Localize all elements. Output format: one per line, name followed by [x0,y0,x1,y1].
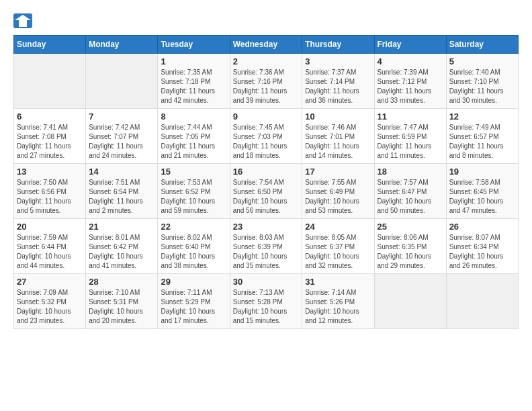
calendar-cell: 7Sunrise: 7:42 AMSunset: 7:07 PMDaylight… [86,109,158,164]
day-info: Sunrise: 7:39 AMSunset: 7:12 PMDaylight:… [378,68,443,105]
day-number: 24 [305,222,371,232]
day-info: Sunrise: 7:51 AMSunset: 6:54 PMDaylight:… [89,178,154,216]
day-number: 2 [233,56,300,66]
calendar-cell: 31Sunrise: 7:14 AMSunset: 5:26 PMDayligh… [302,274,374,329]
day-number: 11 [378,111,443,122]
day-info: Sunrise: 7:50 AMSunset: 6:56 PMDaylight:… [17,178,83,216]
day-info: Sunrise: 7:53 AMSunset: 6:52 PMDaylight:… [161,178,226,216]
day-number: 9 [233,111,300,122]
day-header-friday: Friday [374,36,446,54]
day-number: 18 [378,167,443,177]
day-number: 8 [161,111,226,122]
day-info: Sunrise: 7:46 AMSunset: 7:01 PMDaylight:… [305,123,371,161]
calendar-week-row: 13Sunrise: 7:50 AMSunset: 6:56 PMDayligh… [14,164,519,219]
day-number: 19 [449,167,515,177]
day-number: 3 [305,56,371,66]
day-info: Sunrise: 7:44 AMSunset: 7:05 PMDaylight:… [161,123,226,161]
calendar-cell: 4Sunrise: 7:39 AMSunset: 7:12 PMDaylight… [374,54,446,109]
calendar-cell: 8Sunrise: 7:44 AMSunset: 7:05 PMDaylight… [158,109,230,164]
calendar-cell: 6Sunrise: 7:41 AMSunset: 7:08 PMDaylight… [14,109,86,164]
day-info: Sunrise: 7:14 AMSunset: 5:26 PMDaylight:… [305,288,371,326]
day-number: 12 [449,111,515,122]
calendar-cell: 11Sunrise: 7:47 AMSunset: 6:59 PMDayligh… [374,109,446,164]
day-info: Sunrise: 7:13 AMSunset: 5:28 PMDaylight:… [233,288,300,326]
calendar-week-row: 1Sunrise: 7:35 AMSunset: 7:18 PMDaylight… [14,54,519,109]
calendar-cell: 13Sunrise: 7:50 AMSunset: 6:56 PMDayligh… [14,164,86,219]
day-number: 20 [17,222,83,232]
logo [13,13,35,28]
day-number: 16 [233,167,300,177]
day-number: 28 [89,277,154,287]
calendar-cell [446,274,518,329]
day-number: 31 [305,277,371,287]
calendar-header-row: SundayMondayTuesdayWednesdayThursdayFrid… [14,36,519,54]
calendar-cell: 19Sunrise: 7:58 AMSunset: 6:45 PMDayligh… [446,164,518,219]
day-info: Sunrise: 7:10 AMSunset: 5:31 PMDaylight:… [89,288,154,326]
day-number: 6 [17,111,83,122]
day-info: Sunrise: 7:58 AMSunset: 6:45 PMDaylight:… [449,178,515,216]
day-info: Sunrise: 7:40 AMSunset: 7:10 PMDaylight:… [449,68,515,105]
calendar-cell: 24Sunrise: 8:05 AMSunset: 6:37 PMDayligh… [302,219,374,274]
calendar-cell: 26Sunrise: 8:07 AMSunset: 6:34 PMDayligh… [446,219,518,274]
calendar-cell [14,54,86,109]
day-header-thursday: Thursday [302,36,374,54]
day-header-wednesday: Wednesday [230,36,302,54]
calendar-cell: 20Sunrise: 7:59 AMSunset: 6:44 PMDayligh… [14,219,86,274]
calendar-cell: 12Sunrise: 7:49 AMSunset: 6:57 PMDayligh… [446,109,518,164]
day-number: 22 [161,222,226,232]
calendar-cell: 5Sunrise: 7:40 AMSunset: 7:10 PMDaylight… [446,54,518,109]
day-info: Sunrise: 7:59 AMSunset: 6:44 PMDaylight:… [17,233,83,271]
day-number: 7 [89,111,154,122]
day-number: 5 [449,56,515,66]
calendar-cell: 3Sunrise: 7:37 AMSunset: 7:14 PMDaylight… [302,54,374,109]
calendar-cell: 27Sunrise: 7:09 AMSunset: 5:32 PMDayligh… [14,274,86,329]
day-number: 15 [161,167,226,177]
day-number: 4 [378,56,443,66]
day-header-sunday: Sunday [14,36,86,54]
calendar-week-row: 27Sunrise: 7:09 AMSunset: 5:32 PMDayligh… [14,274,519,329]
day-info: Sunrise: 7:41 AMSunset: 7:08 PMDaylight:… [17,123,83,161]
day-number: 26 [449,222,515,232]
day-number: 29 [161,277,226,287]
calendar-cell: 29Sunrise: 7:11 AMSunset: 5:29 PMDayligh… [158,274,230,329]
day-info: Sunrise: 7:35 AMSunset: 7:18 PMDaylight:… [161,68,226,105]
day-info: Sunrise: 8:07 AMSunset: 6:34 PMDaylight:… [449,233,515,271]
header [13,13,519,28]
calendar-table: SundayMondayTuesdayWednesdayThursdayFrid… [13,35,519,329]
day-number: 17 [305,167,371,177]
day-info: Sunrise: 7:09 AMSunset: 5:32 PMDaylight:… [17,288,83,326]
calendar-week-row: 6Sunrise: 7:41 AMSunset: 7:08 PMDaylight… [14,109,519,164]
calendar-cell: 9Sunrise: 7:45 AMSunset: 7:03 PMDaylight… [230,109,302,164]
day-header-tuesday: Tuesday [158,36,230,54]
day-info: Sunrise: 7:49 AMSunset: 6:57 PMDaylight:… [449,123,515,161]
day-number: 1 [161,56,226,66]
day-number: 23 [233,222,300,232]
calendar-cell: 10Sunrise: 7:46 AMSunset: 7:01 PMDayligh… [302,109,374,164]
calendar-cell: 15Sunrise: 7:53 AMSunset: 6:52 PMDayligh… [158,164,230,219]
day-header-monday: Monday [86,36,158,54]
day-info: Sunrise: 7:45 AMSunset: 7:03 PMDaylight:… [233,123,300,161]
calendar-cell: 21Sunrise: 8:01 AMSunset: 6:42 PMDayligh… [86,219,158,274]
day-info: Sunrise: 7:54 AMSunset: 6:50 PMDaylight:… [233,178,300,216]
day-number: 13 [17,167,83,177]
day-info: Sunrise: 7:57 AMSunset: 6:47 PMDaylight:… [378,178,443,216]
calendar-cell: 14Sunrise: 7:51 AMSunset: 6:54 PMDayligh… [86,164,158,219]
day-info: Sunrise: 8:01 AMSunset: 6:42 PMDaylight:… [89,233,154,271]
day-info: Sunrise: 7:55 AMSunset: 6:49 PMDaylight:… [305,178,371,216]
calendar-cell: 17Sunrise: 7:55 AMSunset: 6:49 PMDayligh… [302,164,374,219]
calendar-cell [86,54,158,109]
day-number: 14 [89,167,154,177]
day-info: Sunrise: 7:37 AMSunset: 7:14 PMDaylight:… [305,68,371,105]
day-number: 10 [305,111,371,122]
calendar-cell: 16Sunrise: 7:54 AMSunset: 6:50 PMDayligh… [230,164,302,219]
calendar-cell: 25Sunrise: 8:06 AMSunset: 6:35 PMDayligh… [374,219,446,274]
calendar-cell [374,274,446,329]
day-number: 21 [89,222,154,232]
day-info: Sunrise: 8:05 AMSunset: 6:37 PMDaylight:… [305,233,371,271]
day-info: Sunrise: 8:03 AMSunset: 6:39 PMDaylight:… [233,233,300,271]
calendar-week-row: 20Sunrise: 7:59 AMSunset: 6:44 PMDayligh… [14,219,519,274]
calendar-cell: 1Sunrise: 7:35 AMSunset: 7:18 PMDaylight… [158,54,230,109]
logo-icon [13,13,32,28]
day-info: Sunrise: 7:42 AMSunset: 7:07 PMDaylight:… [89,123,154,161]
calendar-cell: 28Sunrise: 7:10 AMSunset: 5:31 PMDayligh… [86,274,158,329]
